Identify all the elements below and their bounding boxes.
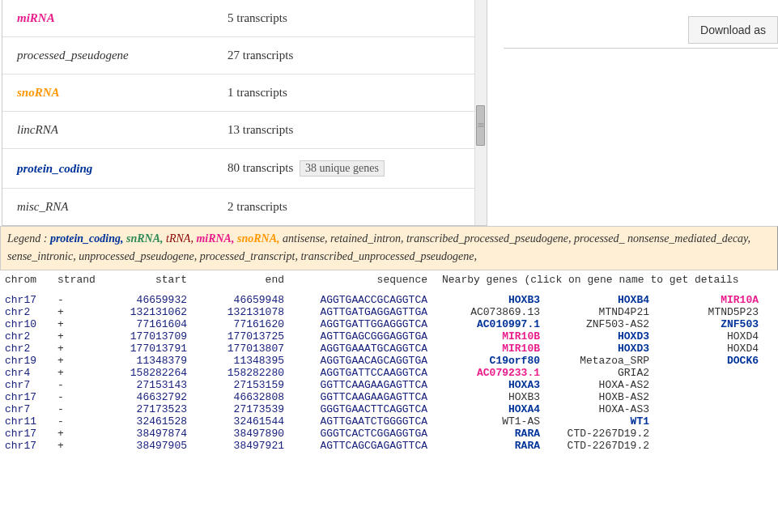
col-strand: strand: [57, 274, 106, 286]
transcript-row[interactable]: misc_RNA2 transcripts: [2, 189, 487, 225]
gene-link: [661, 403, 770, 415]
col-nearby: Nearby genes (click on gene name to get …: [442, 274, 773, 286]
gene-link[interactable]: HOXA4: [442, 403, 551, 415]
transcript-type-panel: miRNA5 transcriptsprocessed_pseudogene27…: [2, 0, 487, 226]
cell-sequence[interactable]: AGTTGAGCGGGAGGTGA: [292, 330, 442, 343]
gene-link[interactable]: MIR10B: [442, 343, 551, 355]
table-row: chr17-4663279246632808GGTTCAAGAAGAGTTCAH…: [5, 391, 773, 403]
transcript-count: 13 transcripts: [227, 123, 293, 137]
gene-link[interactable]: HOXB-AS2: [551, 391, 661, 403]
cell-start: 27173523: [106, 403, 195, 415]
transcript-row[interactable]: processed_pseudogene27 transcripts: [2, 37, 487, 74]
scrollbar-thumb[interactable]: [476, 105, 485, 146]
gene-link[interactable]: RARA: [442, 440, 551, 452]
cell-strand: +: [57, 318, 106, 330]
cell-strand: -: [57, 379, 106, 391]
gene-link[interactable]: RARA: [442, 428, 551, 440]
scrollbar-track[interactable]: [474, 0, 487, 225]
gene-link[interactable]: MIR10B: [442, 330, 551, 343]
gene-link[interactable]: AC010997.1: [442, 318, 551, 330]
cell-sequence[interactable]: AGGTGATTGGAGGGTCA: [292, 318, 442, 330]
transcript-type-label: miRNA: [17, 11, 227, 25]
legend-item: unprocessed_pseudogene,: [79, 250, 200, 262]
col-start: start: [106, 274, 195, 286]
gene-link[interactable]: HOXB3: [442, 294, 551, 306]
gene-link: [661, 379, 770, 391]
cell-sequence[interactable]: AGTTCAGCGAGAGTTCA: [292, 440, 442, 452]
cell-sequence[interactable]: GGGTCACTCGGAGGTGA: [292, 428, 442, 440]
transcript-row[interactable]: miRNA5 transcripts: [2, 0, 487, 37]
gene-link[interactable]: MIR10A: [661, 294, 770, 306]
gene-link[interactable]: HOXA-AS3: [551, 403, 661, 415]
gene-link[interactable]: MTND4P21: [551, 306, 661, 318]
gene-link[interactable]: HOXA-AS2: [551, 379, 661, 391]
cell-sequence[interactable]: AGTTGATGAGGAGTTGA: [292, 306, 442, 318]
cell-end: 158282280: [195, 367, 292, 379]
cell-sequence[interactable]: AGTTGAATCTGGGGTCA: [292, 415, 442, 428]
cell-start: 27153143: [106, 379, 195, 391]
transcript-count: 2 transcripts: [227, 200, 287, 214]
cell-sequence[interactable]: GGTTCAAGAAGAGTTCA: [292, 379, 442, 391]
table-row: chr11-3246152832461544AGTTGAATCTGGGGTCAW…: [5, 415, 773, 428]
transcript-row[interactable]: lincRNA13 transcripts: [2, 112, 487, 149]
gene-link[interactable]: ZNF503: [661, 318, 770, 330]
gene-link[interactable]: HOXD4: [661, 330, 770, 343]
gene-link[interactable]: WT1-AS: [442, 415, 551, 428]
gene-link[interactable]: GRIA2: [551, 367, 661, 379]
cell-end: 177013725: [195, 330, 292, 343]
cell-start: 38497874: [106, 428, 195, 440]
gene-link[interactable]: C19orf80: [442, 355, 551, 367]
legend-item: snRNA,: [126, 232, 166, 245]
gene-link[interactable]: Metazoa_SRP: [551, 355, 661, 367]
gene-link[interactable]: AC073869.13: [442, 306, 551, 318]
cell-start: 177013709: [106, 330, 195, 343]
transcript-type-label: lincRNA: [17, 123, 227, 137]
cell-chrom: chr7: [5, 379, 57, 391]
cell-strand: +: [57, 367, 106, 379]
gene-link[interactable]: ZNF503-AS2: [551, 318, 661, 330]
gene-link[interactable]: HOXB3: [442, 391, 551, 403]
gene-link[interactable]: HOXD3: [551, 330, 661, 343]
cell-start: 32461528: [106, 415, 195, 428]
table-row: chr17+3849787438497890GGGTCACTCGGAGGTGAR…: [5, 428, 773, 440]
cell-chrom: chr7: [5, 403, 57, 415]
legend-item: antisense,: [283, 232, 330, 245]
cell-sequence[interactable]: AGGTGAACCGCAGGTCA: [292, 294, 442, 306]
cell-sequence[interactable]: GGTTCAAGAAGAGTTCA: [292, 391, 442, 403]
col-sequence: sequence: [292, 274, 442, 286]
cell-start: 46659932: [106, 294, 195, 306]
unique-genes-badge: 38 unique genes: [300, 160, 385, 177]
transcript-row[interactable]: snoRNA1 transcripts: [2, 74, 487, 112]
cell-start: 77161604: [106, 318, 195, 330]
cell-strand: -: [57, 403, 106, 415]
legend-item: nonsense_mediated_decay,: [627, 232, 750, 245]
legend-item: miRNA,: [196, 232, 237, 245]
cell-end: 38497921: [195, 440, 292, 452]
gene-link[interactable]: HOXD3: [551, 343, 661, 355]
cell-sequence[interactable]: GGGTGAACTTCAGGTCA: [292, 403, 442, 415]
gene-link[interactable]: AC079233.1: [442, 367, 551, 379]
transcript-count: 1 transcripts: [227, 86, 287, 100]
cell-start: 11348379: [106, 355, 195, 367]
cell-strand: +: [57, 306, 106, 318]
gene-link: [661, 440, 770, 452]
download-button[interactable]: Download as: [688, 16, 778, 44]
cell-end: 46632808: [195, 391, 292, 403]
cell-end: 46659948: [195, 294, 292, 306]
gene-link[interactable]: CTD-2267D19.2: [551, 428, 661, 440]
gene-link[interactable]: CTD-2267D19.2: [551, 440, 661, 452]
table-row: chr19+1134837911348395AGGTGAACAGCAGGTGAC…: [5, 355, 773, 367]
cell-end: 132131078: [195, 306, 292, 318]
gene-link[interactable]: WT1: [551, 415, 661, 428]
gene-link[interactable]: HOXD4: [661, 343, 770, 355]
cell-sequence[interactable]: AGGTGAAATGCAGGTCA: [292, 343, 442, 355]
transcript-row[interactable]: protein_coding80 transcripts 38 unique g…: [2, 149, 487, 189]
cell-end: 27173539: [195, 403, 292, 415]
gene-link[interactable]: HOXB4: [551, 294, 661, 306]
cell-end: 177013807: [195, 343, 292, 355]
gene-link[interactable]: MTND5P23: [661, 306, 770, 318]
gene-link[interactable]: HOXA3: [442, 379, 551, 391]
cell-sequence[interactable]: AGGTGATTCCAAGGTCA: [292, 367, 442, 379]
cell-sequence[interactable]: AGGTGAACAGCAGGTGA: [292, 355, 442, 367]
gene-link[interactable]: DOCK6: [661, 355, 770, 367]
